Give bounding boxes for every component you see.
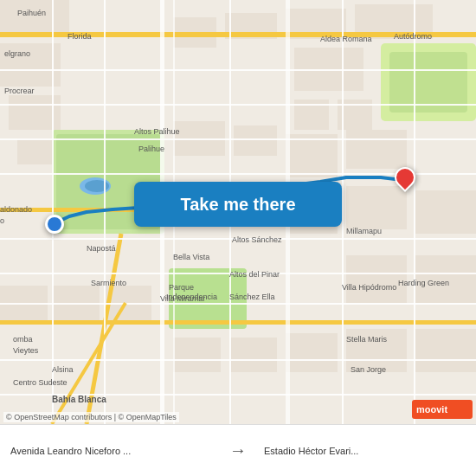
svg-text:Sánchez Ella: Sánchez Ella [229, 293, 275, 301]
svg-rect-33 [286, 333, 338, 372]
svg-text:Villa Hipódromo: Villa Hipódromo [342, 283, 396, 292]
svg-text:Bella Vista: Bella Vista [173, 253, 209, 261]
map-container: Paihuén Florida aldonado Aldea Romana Au… [0, 0, 476, 424]
svg-text:Autódromo: Autódromo [394, 32, 432, 41]
origin-label: Avenida Leandro Niceforo ... [10, 446, 212, 456]
svg-rect-28 [0, 286, 48, 325]
svg-rect-35 [415, 329, 476, 372]
svg-text:Altos del Pinar: Altos del Pinar [229, 270, 280, 279]
svg-text:Millamapu: Millamapu [346, 227, 382, 235]
svg-text:Independencia: Independencia [166, 293, 217, 301]
svg-rect-1 [0, 0, 69, 35]
svg-text:Florida: Florida [68, 32, 92, 41]
svg-text:Sarmiento: Sarmiento [91, 279, 126, 287]
svg-rect-14 [389, 52, 467, 113]
svg-rect-32 [229, 338, 277, 372]
svg-rect-20 [286, 134, 338, 177]
bottom-bar: Avenida Leandro Niceforo ... → Estadio H… [0, 424, 476, 476]
svg-text:Procrear: Procrear [4, 87, 35, 95]
svg-text:Parque: Parque [169, 283, 194, 292]
svg-rect-44 [0, 69, 476, 71]
svg-rect-21 [346, 130, 407, 169]
svg-rect-54 [104, 0, 106, 424]
svg-text:Vieytes: Vieytes [13, 346, 39, 355]
svg-text:Centro Sudeste: Centro Sudeste [13, 378, 68, 387]
svg-rect-58 [414, 0, 415, 424]
svg-text:omba: omba [13, 335, 33, 344]
svg-rect-29 [52, 286, 100, 325]
destination-label: Estadio Héctor Evari... [264, 446, 466, 456]
destination-section: Estadio Héctor Evari... [254, 446, 476, 456]
svg-rect-27 [415, 190, 476, 234]
svg-text:Harding Green: Harding Green [398, 279, 449, 287]
svg-text:Palihue: Palihue [138, 145, 164, 153]
svg-rect-46 [0, 138, 476, 140]
svg-text:aldonado: aldonado [0, 205, 32, 214]
svg-text:Alsina: Alsina [52, 365, 74, 374]
origin-section: Avenida Leandro Niceforo ... [0, 446, 222, 456]
svg-text:Altos Sánchez: Altos Sánchez [232, 235, 282, 244]
svg-text:Aldea Romana: Aldea Romana [320, 35, 372, 43]
svg-rect-50 [0, 303, 476, 305]
svg-text:San Jorge: San Jorge [351, 365, 386, 374]
svg-text:Stella Maris: Stella Maris [346, 335, 388, 344]
route-arrow: → [222, 441, 254, 460]
svg-text:Bahía Blanca: Bahía Blanca [52, 395, 106, 404]
svg-text:Paihuén: Paihuén [17, 9, 46, 17]
arrow-icon: → [229, 441, 247, 460]
svg-rect-31 [173, 338, 221, 372]
map-attribution: © OpenStreetMap contributors | © OpenMap… [3, 412, 179, 422]
svg-rect-53 [52, 0, 54, 424]
svg-rect-19 [234, 125, 277, 156]
svg-text:Altos Palihue: Altos Palihue [134, 127, 180, 136]
svg-text:moovit: moovit [416, 404, 447, 415]
svg-rect-40 [0, 320, 476, 325]
destination-marker [395, 167, 415, 188]
svg-rect-51 [0, 359, 476, 361]
svg-rect-26 [346, 186, 407, 229]
take-me-there-button[interactable]: Take me there [134, 182, 342, 227]
svg-text:elgrano: elgrano [4, 49, 30, 58]
svg-rect-57 [342, 0, 344, 424]
svg-rect-45 [0, 104, 476, 106]
svg-text:o: o [0, 216, 4, 225]
origin-marker [45, 215, 64, 234]
svg-text:Napostá: Napostá [87, 244, 116, 253]
moovit-logo: moovit [412, 400, 473, 422]
